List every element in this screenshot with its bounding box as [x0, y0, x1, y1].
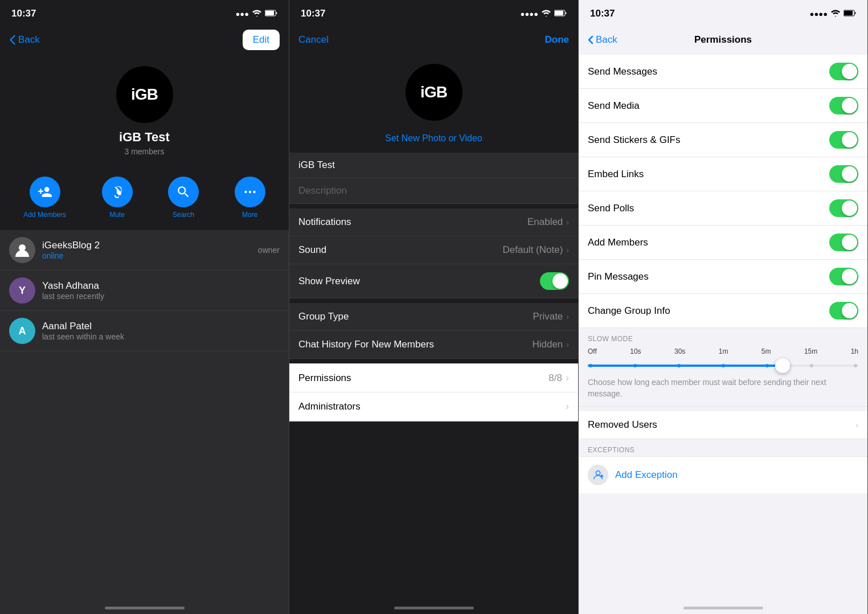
sound-value: Default (Note): [503, 244, 563, 256]
status-icons-1: ●●●: [235, 10, 277, 18]
panel-group-profile: 10:37 ●●● Back Edit iGB iGB Test 3 membe…: [0, 0, 289, 614]
slow-mode-section: SLOW MODE Off 10s 30s 1m 5m 15m 1h: [579, 328, 867, 407]
svg-point-10: [596, 471, 600, 475]
group-members-count: 3 members: [124, 147, 164, 156]
sound-label: Sound: [298, 244, 503, 256]
perm-row-4: Send Polls: [579, 191, 867, 226]
svg-rect-9: [844, 11, 853, 15]
perm-toggle-6[interactable]: [829, 268, 858, 285]
avatar-text: iGB: [131, 85, 158, 104]
done-button[interactable]: Done: [545, 34, 570, 46]
status-bar-3: 10:37 ●●●●: [579, 0, 867, 25]
member-status-0: online: [42, 251, 258, 260]
profile-section: iGB iGB Test 3 members: [0, 55, 289, 165]
show-preview-toggle[interactable]: [540, 272, 569, 290]
slow-mode-label-5m: 5m: [761, 347, 771, 355]
permissions-list: Send Messages Send Media Send Stickers &…: [579, 55, 867, 328]
group-type-chevron: ›: [566, 312, 569, 321]
home-indicator-3: [683, 607, 763, 609]
description-row: [289, 178, 578, 204]
removed-users-label: Removed Users: [588, 419, 855, 431]
perm-toggle-5[interactable]: [829, 234, 858, 251]
edit-avatar[interactable]: iGB: [406, 64, 462, 121]
perm-toggle-7[interactable]: [829, 302, 858, 320]
notifications-section: Notifications Enabled › Sound Default (N…: [289, 208, 578, 298]
back-button-3[interactable]: Back: [588, 34, 617, 46]
permissions-chevron: ›: [566, 372, 569, 384]
perm-toggle-4[interactable]: [829, 199, 858, 217]
edit-button[interactable]: Edit: [243, 30, 280, 50]
perm-toggle-2[interactable]: [829, 131, 858, 149]
perm-toggle-1[interactable]: [829, 97, 858, 114]
wifi-icon-3: [831, 10, 840, 18]
dot-3: [722, 364, 725, 367]
group-name-row: [289, 153, 578, 178]
perm-label-2: Send Stickers & GIFs: [588, 134, 829, 146]
status-bar-1: 10:37 ●●●: [0, 0, 289, 25]
slow-mode-slider[interactable]: [588, 359, 858, 373]
member-row-1[interactable]: Y Yash Adhana last seen recently: [0, 271, 289, 311]
panel-edit-group: 10:37 ●●●● Cancel Done iGB Set New Photo…: [289, 0, 579, 614]
perm-toggle-3[interactable]: [829, 165, 858, 183]
search-button[interactable]: Search: [168, 177, 199, 219]
perm-label-5: Add Members: [588, 237, 829, 248]
member-row-0[interactable]: iGeeksBlog 2 online owner: [0, 230, 289, 271]
edit-avatar-text: iGB: [420, 83, 447, 101]
chat-history-row[interactable]: Chat History For New Members Hidden ›: [289, 331, 578, 359]
description-input[interactable]: [298, 185, 569, 197]
member-row-2[interactable]: A Aanal Patel last seen within a week: [0, 311, 289, 351]
slow-mode-label-30s: 30s: [674, 347, 685, 355]
cancel-button[interactable]: Cancel: [298, 34, 329, 46]
name-description-section: [289, 153, 578, 204]
notifications-value: Enabled: [527, 216, 563, 228]
chat-history-chevron: ›: [566, 340, 569, 349]
removed-users-row[interactable]: Removed Users ›: [579, 407, 867, 439]
status-time-3: 10:37: [590, 8, 615, 19]
search-label: Search: [173, 211, 194, 219]
perm-row-6: Pin Messages: [579, 260, 867, 294]
group-type-row[interactable]: Group Type Private ›: [289, 303, 578, 331]
perm-row-7: Change Group Info: [579, 294, 867, 328]
dot-2: [677, 364, 681, 367]
add-exception-row[interactable]: Add Exception: [579, 456, 867, 493]
svg-point-4: [253, 191, 255, 193]
perm-label-3: Embed Links: [588, 169, 829, 180]
notifications-label: Notifications: [298, 216, 527, 228]
member-avatar-0: [9, 237, 35, 263]
group-type-value: Private: [533, 311, 563, 322]
notifications-row[interactable]: Notifications Enabled ›: [289, 208, 578, 236]
add-members-button[interactable]: Add Members: [23, 177, 66, 219]
exceptions-section: EXCEPTIONS: [579, 439, 867, 456]
mute-button[interactable]: Mute: [102, 177, 133, 219]
nav-bar-3: Back Permissions: [579, 25, 867, 55]
slow-mode-label-1m: 1m: [719, 347, 728, 355]
show-preview-row[interactable]: Show Preview: [289, 264, 578, 298]
notifications-chevron: ›: [566, 218, 569, 227]
add-exception-icon: [588, 465, 608, 485]
member-avatar-1: Y: [9, 277, 35, 304]
back-button-1[interactable]: Back: [9, 34, 40, 46]
status-time-1: 10:37: [11, 8, 36, 19]
perm-row-0: Send Messages: [579, 55, 867, 89]
sound-row[interactable]: Sound Default (Note) ›: [289, 236, 578, 264]
slider-thumb[interactable]: [775, 358, 790, 373]
perm-label-4: Send Polls: [588, 203, 829, 214]
group-type-section: Group Type Private › Chat History For Ne…: [289, 303, 578, 359]
administrators-chevron: ›: [566, 400, 569, 412]
perm-row-5: Add Members: [579, 226, 867, 260]
member-status-1: last seen recently: [42, 292, 280, 301]
administrators-row[interactable]: Administrators ›: [289, 392, 578, 421]
edit-profile-section: iGB Set New Photo or Video: [289, 55, 578, 148]
member-name-1: Yash Adhana: [42, 280, 280, 292]
group-name-input[interactable]: [298, 159, 569, 171]
more-button[interactable]: More: [235, 177, 265, 219]
set-photo-button[interactable]: Set New Photo or Video: [385, 133, 482, 144]
status-icons-3: ●●●●: [810, 10, 856, 18]
wifi-icon-2: [542, 10, 551, 18]
status-icons-2: ●●●●: [521, 10, 567, 18]
nav-bar-1: Back Edit: [0, 25, 289, 55]
svg-rect-1: [265, 11, 274, 15]
perm-row-1: Send Media: [579, 89, 867, 123]
permissions-row[interactable]: Permissions 8/8 ›: [289, 364, 578, 392]
perm-toggle-0[interactable]: [829, 63, 858, 80]
